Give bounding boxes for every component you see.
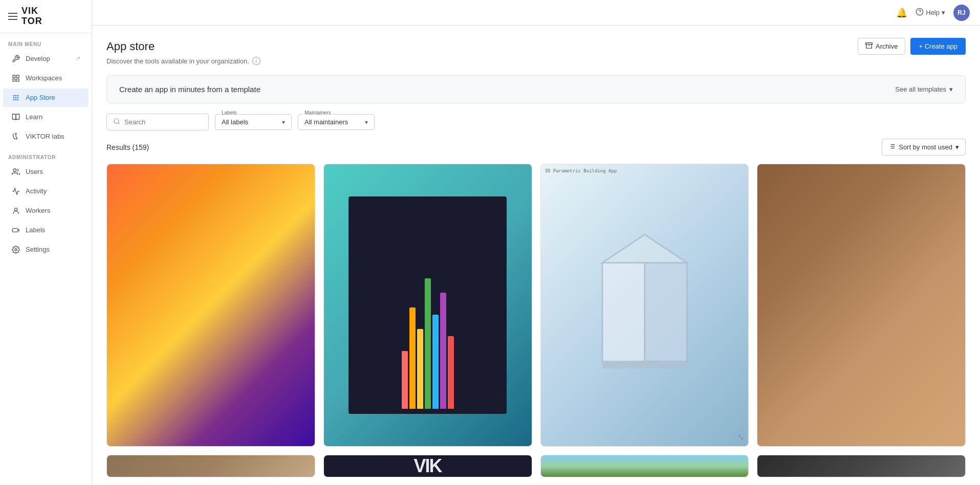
main-content: 🔔 Help ▾ RJ App store Archive + Cre — [92, 0, 980, 485]
svg-point-5 — [15, 95, 17, 96]
app-card-3dmodels[interactable]: 3D Parametric Building App ⤡ T — [540, 164, 749, 447]
sidebar-item-users[interactable]: Users — [3, 163, 89, 181]
help-button[interactable]: Help ▾ — [916, 8, 945, 17]
template-banner-text: Create an app in minutes from a template — [119, 85, 260, 94]
user-avatar[interactable]: RJ — [953, 5, 970, 21]
page-header: App store Archive + Create app — [106, 38, 966, 55]
sidebar-item-users-label: Users — [26, 168, 43, 175]
sidebar-item-appstore[interactable]: App Store — [3, 89, 89, 107]
app-card-6[interactable]: VIK — [323, 455, 532, 477]
card-body-grasshopper: G grasshopper-analysis 17.3K Sample app … — [107, 446, 315, 447]
sidebar-item-viktor-labs[interactable]: VIKTOR labs — [3, 127, 89, 146]
labels-select-value: All labels — [222, 118, 248, 126]
expand-icon[interactable]: ⤡ — [737, 432, 744, 442]
page-title: App store — [106, 40, 155, 53]
card-body-3dmodels: T tutorial-app-basic-3d-models 4.5K This… — [541, 446, 749, 447]
sidebar-item-workers-label: Workers — [26, 207, 50, 214]
labels-select[interactable]: All labels ▾ — [215, 114, 292, 130]
svg-rect-32 — [602, 362, 687, 369]
sidebar-header: VIKTOR — [0, 0, 92, 33]
bottom-cards-grid: VIK — [106, 455, 966, 477]
sidebar-item-workspaces-label: Workspaces — [26, 74, 62, 82]
svg-rect-2 — [13, 79, 15, 81]
labels-chevron-icon: ▾ — [282, 119, 285, 126]
svg-point-6 — [17, 95, 19, 96]
sort-label: Sort by most used — [899, 143, 952, 151]
sidebar-item-settings-label: Settings — [26, 246, 50, 253]
maintainers-filter-label: Maintainers — [303, 110, 333, 116]
info-icon[interactable]: i — [252, 57, 260, 65]
sidebar-item-activity[interactable]: Activity — [3, 182, 89, 201]
app-card-7[interactable] — [540, 455, 749, 477]
card-image-6: VIK — [324, 455, 532, 477]
svg-point-12 — [17, 99, 19, 100]
labels-icon — [11, 226, 20, 235]
sidebar-item-workers[interactable]: Workers — [3, 202, 89, 220]
sidebar-item-labels[interactable]: Labels — [3, 221, 89, 239]
svg-point-8 — [15, 97, 17, 98]
results-count: Results (159) — [106, 143, 149, 151]
grid-icon — [11, 74, 20, 83]
sidebar-item-viktor-labs-label: VIKTOR labs — [26, 133, 64, 140]
see-all-templates-button[interactable]: See all templates ▾ — [895, 85, 953, 93]
sidebar-item-activity-label: Activity — [26, 187, 47, 195]
help-chevron-icon: ▾ — [942, 9, 945, 16]
svg-point-16 — [15, 249, 17, 251]
page-content: App store Archive + Create app Discover … — [92, 26, 980, 485]
search-box[interactable] — [106, 114, 209, 130]
main-menu-label: MAIN MENU — [0, 33, 92, 49]
app-card-spreadsheet[interactable]: V tutorial-spreadsheet 6.2K The finished… — [323, 164, 532, 447]
card-image-spreadsheet — [324, 164, 532, 446]
admin-label: ADMINISTRATOR — [0, 146, 92, 162]
sort-icon — [888, 143, 896, 151]
svg-rect-0 — [13, 75, 15, 78]
chevron-down-icon: ▾ — [949, 85, 953, 93]
page-actions: Archive + Create app — [858, 38, 966, 55]
svg-point-20 — [114, 119, 119, 123]
svg-point-7 — [13, 97, 15, 98]
svg-rect-15 — [12, 228, 18, 232]
app-card-5[interactable] — [106, 455, 315, 477]
app-card-cpt[interactable]: S sample-cpt-interpreter 4.3K This app c… — [757, 164, 966, 447]
maintainers-select-value: All maintainers — [304, 118, 348, 126]
app-card-8[interactable] — [757, 455, 966, 477]
sidebar-item-settings[interactable]: Settings — [3, 240, 89, 259]
users-icon — [11, 167, 20, 177]
sidebar-item-develop[interactable]: Develop ↗ — [3, 50, 89, 68]
svg-point-4 — [13, 95, 15, 96]
card-image-8 — [757, 455, 965, 477]
card-image-3dmodels: 3D Parametric Building App ⤡ — [541, 164, 749, 446]
page-subtitle: Discover the tools available in your org… — [106, 57, 966, 65]
notification-bell[interactable]: 🔔 — [896, 7, 907, 18]
help-circle-icon — [916, 8, 924, 17]
archive-button[interactable]: Archive — [858, 38, 905, 55]
svg-point-14 — [14, 208, 17, 210]
viktor-text: VIK — [414, 455, 442, 477]
app-cards-grid: G grasshopper-analysis 17.3K Sample app … — [106, 164, 966, 447]
sidebar-item-learn[interactable]: Learn — [3, 108, 89, 126]
hamburger-menu[interactable] — [8, 13, 17, 20]
card-image-5 — [107, 455, 315, 477]
sidebar-item-workspaces[interactable]: Workspaces — [3, 69, 89, 87]
maintainers-select[interactable]: All maintainers ▾ — [298, 114, 375, 130]
labels-filter-label: Labels — [220, 110, 238, 116]
maintainers-filter: Maintainers All maintainers ▾ — [298, 114, 375, 130]
wrench-icon — [11, 54, 20, 63]
svg-rect-18 — [866, 43, 873, 45]
topbar: 🔔 Help ▾ RJ — [92, 0, 980, 26]
card-body-cpt: S sample-cpt-interpreter 4.3K This app c… — [757, 446, 965, 447]
create-app-button[interactable]: + Create app — [910, 38, 966, 55]
apps-icon — [11, 93, 20, 102]
svg-point-11 — [15, 99, 17, 100]
template-banner: Create an app in minutes from a template… — [106, 75, 966, 103]
workers-icon — [11, 206, 20, 215]
svg-rect-1 — [16, 75, 19, 78]
card-image-grasshopper — [107, 164, 315, 446]
settings-icon — [11, 245, 20, 254]
search-input[interactable] — [124, 118, 202, 126]
app-card-grasshopper[interactable]: G grasshopper-analysis 17.3K Sample app … — [106, 164, 315, 447]
sort-button[interactable]: Sort by most used ▾ — [882, 139, 966, 156]
svg-marker-33 — [602, 235, 687, 263]
flask-icon — [11, 132, 20, 141]
subtitle-text: Discover the tools available in your org… — [106, 57, 249, 65]
